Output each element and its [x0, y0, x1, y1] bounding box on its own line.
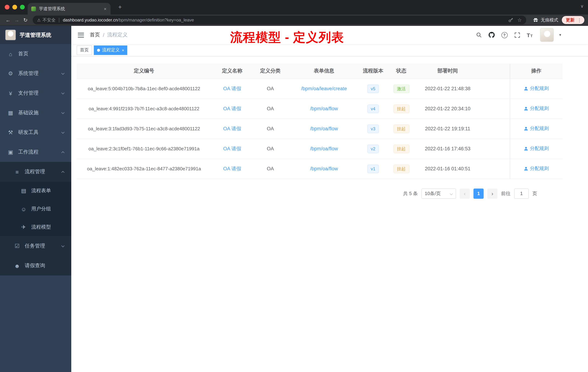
user-icon [524, 86, 529, 91]
status-badge: 激活 [393, 84, 409, 93]
chevron-up-icon [62, 171, 64, 174]
pagination: 共 5 条 10条/页 ‹ 1 › 前往 页 [82, 188, 537, 198]
bookmark-star-icon[interactable]: ☆ [517, 17, 522, 23]
tab-favicon-icon [31, 6, 36, 11]
page-size-select[interactable]: 10条/页 [421, 188, 456, 198]
sidebar-menu: ⌂ 首页 ⚙ 系统管理 ¥ 支付管理 ▦ 基础设施 [0, 44, 71, 275]
sidebar-item-workflow[interactable]: ▣ 工作流程 [0, 142, 71, 162]
update-button[interactable]: 更新 ⋮ [562, 16, 584, 24]
user-icon [524, 166, 529, 171]
sidebar-item-dev-tools[interactable]: ⚒ 研发工具 [0, 123, 71, 142]
window-minimize-button[interactable] [12, 5, 17, 10]
status-badge: 挂起 [393, 144, 409, 153]
assign-rule-button[interactable]: 分配规则 [524, 105, 549, 112]
goto-page-input[interactable] [514, 188, 529, 198]
browser-tab[interactable]: 芋道管理系统 × [28, 3, 111, 15]
window-close-button[interactable] [5, 5, 10, 10]
window-zoom-button[interactable] [20, 5, 25, 10]
sidebar-item-home[interactable]: ⌂ 首页 [0, 44, 71, 64]
chevron-down-icon [62, 91, 64, 94]
definition-name-link[interactable]: OA 请假 [223, 166, 241, 171]
sidebar-item-process-management[interactable]: ≡ 流程管理 [0, 162, 71, 182]
sidebar-item-process-form[interactable]: ▤ 流程表单 [0, 182, 71, 200]
definition-id: oa_leave:5:004b710b-7b8a-11ec-8ef0-acde4… [77, 79, 211, 99]
table-row: oa_leave:2:3c1f0ef1-76b1-11ec-9c66-a2380… [77, 139, 563, 159]
version-tag: v4 [367, 104, 379, 113]
user-avatar[interactable] [540, 28, 554, 42]
sidebar-item-leave-query[interactable]: ☻ 请假查询 [0, 256, 71, 275]
definition-name-link[interactable]: OA 请假 [223, 106, 241, 111]
definition-name-link[interactable]: OA 请假 [223, 86, 241, 91]
dashboard-icon: ⌂ [7, 51, 14, 57]
form-info-link[interactable]: /bpm/oa/flow [310, 106, 338, 111]
search-button[interactable] [474, 30, 484, 40]
tab-search-icon[interactable]: ∨ [580, 4, 584, 9]
sidebar-item-task-management[interactable]: ☑ 任务管理 [0, 236, 71, 256]
sidebar-logo: 芋道管理系统 [0, 26, 71, 44]
tab-close-icon[interactable]: × [103, 6, 108, 11]
font-size-button[interactable]: TT [525, 30, 535, 40]
form-info-link[interactable]: /bpm/oa/flow [310, 166, 338, 171]
sidebar-item-infrastructure[interactable]: ▦ 基础设施 [0, 103, 71, 123]
browser-menu-icon: ⋮ [577, 17, 582, 23]
font-size-icon: TT [527, 32, 533, 38]
assign-rule-button[interactable]: 分配规则 [524, 125, 549, 132]
definition-id: oa_leave:1:482ec033-762a-11ec-8477-a2380… [77, 159, 211, 179]
column-header-process-version: 流程版本 [360, 64, 386, 79]
definition-name-link[interactable]: OA 请假 [223, 126, 241, 131]
deploy-time: 2022-01-22 19:19:11 [417, 119, 479, 139]
column-header-action: 操作 [510, 64, 563, 79]
help-button[interactable]: ? [500, 30, 509, 40]
assign-rule-button[interactable]: 分配规则 [524, 145, 549, 152]
address-bar[interactable]: ⚠ 不安全 dashboard.yudao.iocoder.cn /bpm/ma… [33, 16, 526, 24]
form-info-link[interactable]: /bpm/oa/leave/create [301, 86, 347, 91]
browser-window: 芋道管理系统 × + ∨ ← → ↻ ⚠ 不安全 dashboard.yudao… [0, 0, 588, 372]
forward-button[interactable]: → [12, 17, 21, 23]
active-tag-dot [97, 49, 100, 52]
tag-process-definition[interactable]: 流程定义 × [94, 45, 127, 55]
table-header-row: 定义编号 定义名称 定义分类 表单信息 流程版本 状态 部署时间 操作 [77, 64, 563, 79]
assign-rule-button[interactable]: 分配规则 [524, 85, 549, 92]
top-navbar: 首页 / 流程定义 ? [71, 26, 588, 44]
definition-category: OA [253, 79, 288, 99]
fullscreen-button[interactable] [512, 30, 522, 40]
column-header-filler [479, 64, 510, 79]
annotation-title: 流程模型 - 定义列表 [230, 29, 344, 46]
new-tab-button[interactable]: + [116, 3, 124, 12]
breadcrumb-current: 流程定义 [107, 32, 128, 38]
form-info-link[interactable]: /bpm/oa/flow [310, 126, 338, 131]
tag-close-icon[interactable]: × [122, 48, 124, 52]
incognito-icon [533, 17, 538, 23]
back-button[interactable]: ← [4, 17, 12, 23]
table-row: oa_leave:5:004b710b-7b8a-11ec-8ef0-acde4… [77, 79, 563, 99]
tag-home[interactable]: 首页 [77, 45, 92, 55]
sidebar-item-payment-management[interactable]: ¥ 支付管理 [0, 83, 71, 103]
sidebar-item-process-model[interactable]: ✈ 流程模型 [0, 218, 71, 236]
next-page-button[interactable]: › [487, 188, 497, 198]
assign-rule-button[interactable]: 分配规则 [524, 165, 549, 172]
status-badge: 挂起 [393, 124, 409, 133]
github-button[interactable] [487, 30, 496, 40]
current-page-button[interactable]: 1 [473, 188, 484, 198]
fullscreen-icon [514, 32, 520, 38]
reload-button[interactable]: ↻ [21, 17, 30, 23]
form-info-link[interactable]: /bpm/oa/flow [310, 146, 338, 152]
table-row: oa_leave:3:1fad3d93-7b75-11ec-a3c8-acde4… [77, 119, 563, 139]
key-icon[interactable] [508, 17, 514, 23]
tab-title: 芋道管理系统 [39, 6, 103, 12]
user-dropdown-caret-icon[interactable]: ▼ [558, 33, 562, 37]
chevron-up-icon [62, 152, 64, 154]
app-title: 芋道管理系统 [20, 32, 51, 38]
version-tag: v2 [367, 144, 379, 153]
deploy-time: 2022-01-22 21:48:38 [417, 79, 479, 99]
task-icon: ☑ [14, 243, 20, 249]
sidebar-toggle-icon[interactable] [78, 33, 84, 37]
sidebar-item-system-management[interactable]: ⚙ 系统管理 [0, 64, 71, 83]
sidebar-item-user-group[interactable]: ☺ 用户分组 [0, 200, 71, 218]
breadcrumb-home[interactable]: 首页 [90, 32, 100, 38]
prev-page-button[interactable]: ‹ [460, 188, 470, 198]
main-area: 首页 / 流程定义 ? [71, 26, 588, 372]
warning-icon: ⚠ [37, 18, 41, 22]
definition-name-link[interactable]: OA 请假 [223, 146, 241, 151]
browser-tabstrip: 芋道管理系统 × + ∨ [0, 0, 588, 15]
